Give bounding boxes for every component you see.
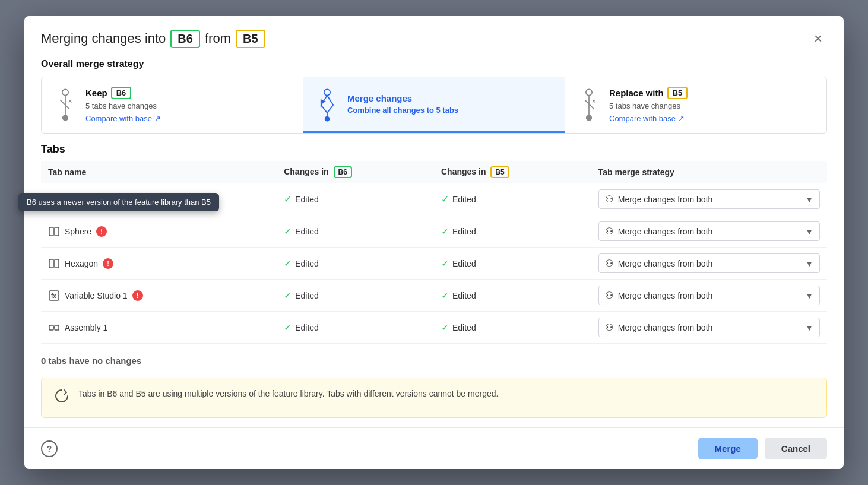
strategy-replace[interactable]: × Replace with B5 5 tabs have changes Co… [565, 77, 826, 133]
svg-rect-24 [55, 227, 59, 236]
svg-line-9 [321, 105, 327, 113]
close-button[interactable]: × [809, 28, 827, 49]
svg-rect-25 [49, 259, 53, 268]
table-row: fx Variable Studio 1 ! ✓ Edited ✓ Edited… [41, 280, 827, 312]
merge-button[interactable]: Merge [698, 438, 758, 459]
check-icon: ✓ [441, 290, 449, 301]
svg-line-8 [327, 96, 333, 105]
warning-icon[interactable]: ! [103, 258, 113, 269]
tab-strategy-select[interactable]: ⚇ Merge changes from both ▼ [598, 221, 820, 241]
tab-name-cell: Sphere ! [48, 226, 270, 237]
b6-status-cell: ✓ Edited [284, 290, 427, 301]
cancel-button[interactable]: Cancel [765, 438, 827, 459]
keep-icon: × [53, 87, 77, 123]
svg-point-0 [62, 89, 68, 95]
strategy-merge[interactable]: Merge changes Combine all changes to 5 t… [303, 77, 565, 133]
modal-header: Merging changes into B6 from B5 × [24, 16, 844, 59]
b6-status: Edited [295, 227, 319, 236]
b6-col-badge: B6 [334, 166, 352, 178]
b5-status-cell: ✓ Edited [441, 226, 584, 237]
tab-name: Sphere [65, 227, 91, 236]
check-icon: ✓ [441, 322, 449, 333]
footer-buttons: Merge Cancel [698, 438, 827, 459]
b6-status-cell: ✓ Edited [284, 322, 427, 333]
keep-title: Keep B6 [85, 87, 291, 99]
b5-status: Edited [452, 259, 476, 268]
warning-box: Tabs in B6 and B5 are using multiple ver… [41, 378, 827, 418]
b5-status-cell: ✓ Edited [441, 258, 584, 269]
modal-footer: ? Merge Cancel [24, 427, 844, 469]
warning-icon[interactable]: ! [132, 290, 143, 301]
check-icon: ✓ [284, 290, 292, 301]
tab-strategy-select[interactable]: ⚇ Merge changes from both ▼ [598, 318, 820, 337]
no-changes-row: 0 tabs have no changes [24, 348, 844, 373]
keep-compare-link[interactable]: Compare with base [85, 114, 161, 123]
b5-status-cell: ✓ Edited [441, 322, 584, 333]
svg-rect-29 [49, 325, 53, 330]
check-icon: ✓ [284, 258, 292, 269]
tabs-section-label: Tabs [41, 143, 827, 156]
footer-help: ? [41, 440, 58, 457]
merge-person-icon: ⚇ [605, 290, 613, 301]
tab-icon [48, 226, 60, 237]
warning-text: Tabs in B6 and B5 are using multiple ver… [78, 388, 498, 400]
check-icon: ✓ [441, 226, 449, 237]
merge-person-icon: ⚇ [605, 226, 613, 237]
warning-icon[interactable]: ! [96, 226, 107, 237]
b5-status-cell: ✓ Edited [441, 194, 584, 205]
modal-title: Merging changes into B6 from B5 [41, 30, 265, 48]
merge-title: Merge changes [347, 93, 553, 103]
tab-strategy-select[interactable]: ⚇ Merge changes from both ▼ [598, 189, 820, 209]
keep-subtitle: 5 tabs have changes [85, 102, 291, 110]
variable-icon: fx [48, 290, 60, 302]
b5-status-cell: ✓ Edited [441, 290, 584, 301]
svg-line-10 [327, 105, 333, 113]
b6-status-cell: ✓ Edited [284, 226, 427, 237]
table-row: Assembly 1 ✓ Edited ✓ Edited ⚇ Merge cha… [41, 312, 827, 344]
b5-col-badge: B5 [490, 166, 509, 178]
strategy-label: Merge changes from both [618, 227, 713, 236]
from-branch-badge: B5 [236, 30, 265, 48]
dropdown-caret: ▼ [805, 259, 813, 268]
b6-status: Edited [295, 291, 319, 300]
svg-text:×: × [68, 98, 72, 104]
b6-status: Edited [295, 259, 319, 268]
svg-point-12 [325, 116, 330, 122]
col-header-b5: Changes in B5 [434, 161, 591, 183]
col-header-b6: Changes in B6 [277, 161, 434, 183]
col-header-strategy: Tab merge strategy [591, 161, 827, 183]
tab-name: Assembly 1 [65, 323, 107, 332]
tab-icon [48, 258, 60, 270]
svg-text:×: × [592, 98, 595, 104]
strategy-keep[interactable]: × Keep B6 5 tabs have changes Compare wi… [42, 77, 303, 133]
tab-strategy-select[interactable]: ⚇ Merge changes from both ▼ [598, 286, 820, 305]
tab-name: Variable Studio 1 [65, 291, 128, 300]
replace-subtitle: 5 tabs have changes [609, 102, 815, 110]
tab-strategy-select[interactable]: ⚇ Merge changes from both ▼ [598, 253, 820, 273]
dropdown-caret: ▼ [805, 195, 813, 204]
help-icon[interactable]: ? [41, 440, 58, 457]
merge-person-icon: ⚇ [605, 258, 613, 269]
tabs-section: Tabs Tab name Changes in B6 Changes in [24, 143, 844, 348]
svg-rect-23 [49, 227, 53, 236]
into-branch-badge: B6 [170, 30, 200, 48]
col-header-name: Tab name [41, 161, 277, 183]
check-icon: ✓ [284, 322, 292, 333]
merge-dialog: B6 uses a newer version of the feature l… [24, 16, 844, 469]
no-changes-label: 0 tabs have no changes [41, 356, 827, 366]
strategy-label: Overall merge strategy [41, 59, 827, 69]
keep-badge: B6 [111, 87, 132, 99]
svg-point-15 [586, 89, 592, 95]
replace-compare-link[interactable]: Compare with base [609, 114, 685, 123]
check-icon: ✓ [284, 194, 292, 205]
table-row: Hexagon ! ✓ Edited ✓ Edited ⚇ Merge chan… [41, 248, 827, 280]
svg-rect-30 [55, 325, 59, 330]
check-icon: ✓ [441, 194, 449, 205]
tab-name-cell: Hexagon ! [48, 258, 270, 270]
b5-status: Edited [452, 227, 476, 236]
replace-title: Replace with B5 [609, 87, 815, 99]
replace-icon: × [577, 87, 601, 123]
strategy-label: Merge changes from both [618, 259, 713, 268]
strategy-label: Merge changes from both [618, 323, 713, 332]
check-icon: ✓ [441, 258, 449, 269]
